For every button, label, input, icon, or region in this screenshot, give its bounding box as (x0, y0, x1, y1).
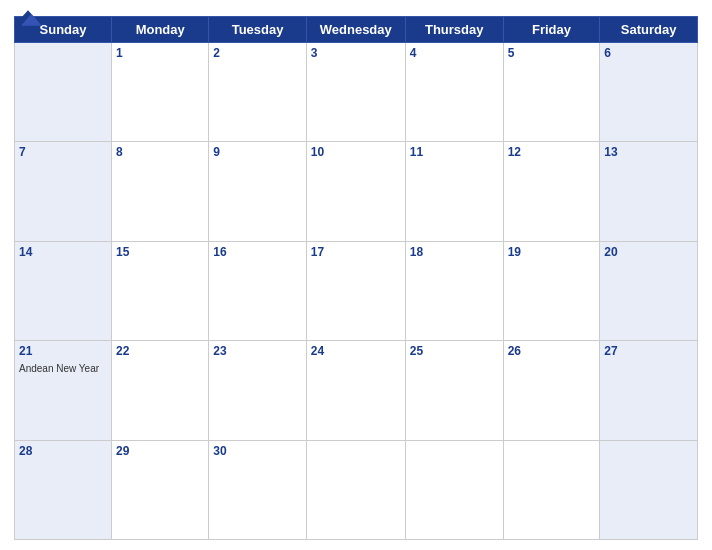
calendar-day-cell: 4 (405, 43, 503, 142)
calendar-day-cell: 6 (600, 43, 698, 142)
calendar-week-row: 14151617181920 (15, 241, 698, 340)
calendar-day-cell: 8 (112, 142, 209, 241)
calendar-day-cell (15, 43, 112, 142)
calendar-week-row: 282930 (15, 440, 698, 539)
calendar-day-cell: 3 (306, 43, 405, 142)
calendar-day-cell: 29 (112, 440, 209, 539)
day-number: 10 (311, 145, 401, 159)
calendar-day-cell: 12 (503, 142, 600, 241)
calendar-day-cell (306, 440, 405, 539)
header-monday: Monday (112, 17, 209, 43)
weekday-header-row: Sunday Monday Tuesday Wednesday Thursday… (15, 17, 698, 43)
day-number: 8 (116, 145, 204, 159)
calendar-day-cell: 14 (15, 241, 112, 340)
calendar-day-cell: 24 (306, 341, 405, 440)
day-number: 15 (116, 245, 204, 259)
calendar-day-cell: 15 (112, 241, 209, 340)
day-number: 20 (604, 245, 693, 259)
calendar-day-cell (503, 440, 600, 539)
calendar-day-cell: 9 (209, 142, 306, 241)
day-number: 11 (410, 145, 499, 159)
day-number: 18 (410, 245, 499, 259)
calendar-day-cell: 2 (209, 43, 306, 142)
calendar-week-row: 123456 (15, 43, 698, 142)
calendar-day-cell: 10 (306, 142, 405, 241)
day-number: 30 (213, 444, 301, 458)
event-text: Andean New Year (19, 363, 99, 374)
calendar-day-cell: 25 (405, 341, 503, 440)
day-number: 12 (508, 145, 596, 159)
day-number: 27 (604, 344, 693, 358)
day-number: 3 (311, 46, 401, 60)
day-number: 6 (604, 46, 693, 60)
header-friday: Friday (503, 17, 600, 43)
calendar-day-cell: 30 (209, 440, 306, 539)
calendar-day-cell: 17 (306, 241, 405, 340)
day-number: 17 (311, 245, 401, 259)
header-tuesday: Tuesday (209, 17, 306, 43)
day-number: 14 (19, 245, 107, 259)
calendar-day-cell: 28 (15, 440, 112, 539)
day-number: 28 (19, 444, 107, 458)
calendar-table: Sunday Monday Tuesday Wednesday Thursday… (14, 16, 698, 540)
calendar-day-cell: 1 (112, 43, 209, 142)
calendar-week-row: 78910111213 (15, 142, 698, 241)
calendar-day-cell: 5 (503, 43, 600, 142)
calendar-day-cell (600, 440, 698, 539)
logo (14, 10, 42, 27)
calendar-day-cell (405, 440, 503, 539)
calendar-day-cell: 19 (503, 241, 600, 340)
calendar-day-cell: 18 (405, 241, 503, 340)
day-number: 4 (410, 46, 499, 60)
calendar-day-cell: 20 (600, 241, 698, 340)
calendar-day-cell: 13 (600, 142, 698, 241)
day-number: 1 (116, 46, 204, 60)
calendar-wrapper: Sunday Monday Tuesday Wednesday Thursday… (0, 0, 712, 550)
day-number: 25 (410, 344, 499, 358)
calendar-day-cell: 16 (209, 241, 306, 340)
day-number: 9 (213, 145, 301, 159)
calendar-day-cell: 22 (112, 341, 209, 440)
day-number: 2 (213, 46, 301, 60)
calendar-day-cell: 27 (600, 341, 698, 440)
header-thursday: Thursday (405, 17, 503, 43)
day-number: 13 (604, 145, 693, 159)
header-wednesday: Wednesday (306, 17, 405, 43)
calendar-day-cell: 7 (15, 142, 112, 241)
day-number: 19 (508, 245, 596, 259)
calendar-week-row: 21Andean New Year222324252627 (15, 341, 698, 440)
day-number: 5 (508, 46, 596, 60)
header-saturday: Saturday (600, 17, 698, 43)
day-number: 7 (19, 145, 107, 159)
day-number: 24 (311, 344, 401, 358)
day-number: 16 (213, 245, 301, 259)
day-number: 21 (19, 344, 107, 358)
calendar-day-cell: 11 (405, 142, 503, 241)
calendar-body: 123456789101112131415161718192021Andean … (15, 43, 698, 540)
calendar-day-cell: 26 (503, 341, 600, 440)
logo-icon (14, 10, 42, 26)
day-number: 29 (116, 444, 204, 458)
day-number: 22 (116, 344, 204, 358)
day-number: 23 (213, 344, 301, 358)
calendar-day-cell: 23 (209, 341, 306, 440)
calendar-day-cell: 21Andean New Year (15, 341, 112, 440)
day-number: 26 (508, 344, 596, 358)
